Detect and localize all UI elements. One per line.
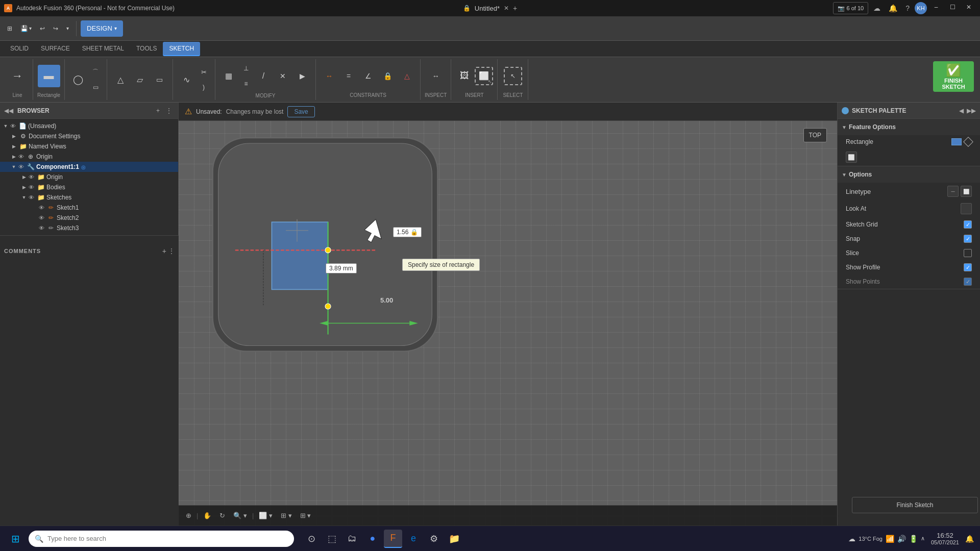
measure-btn[interactable]: ↔ <box>427 67 445 85</box>
arc-btn[interactable]: ⌒ <box>88 65 103 79</box>
dist-btn[interactable]: ↔ <box>320 67 338 85</box>
dimension-1-input[interactable]: 1.56 🔒 <box>393 227 422 237</box>
palette-finish-sketch-btn[interactable]: Finish Sketch <box>852 497 978 513</box>
image-btn[interactable]: 🖼 <box>455 67 474 85</box>
cloud-btn[interactable]: ☁ <box>870 2 884 14</box>
snap-checkbox[interactable] <box>964 235 972 243</box>
ellipse-btn[interactable]: ▭ <box>88 80 103 94</box>
eye-component[interactable]: 👁 <box>18 164 24 170</box>
curve-btn[interactable]: ) <box>197 80 211 94</box>
clock[interactable]: 16:52 05/07/2021 <box>931 532 959 545</box>
collinear-btn[interactable]: ∠ <box>359 67 377 85</box>
eye-sketch2[interactable]: 👁 <box>39 215 44 221</box>
rect2-btn[interactable]: ▱ <box>131 70 149 89</box>
save-file-btn[interactable]: 💾 ▾ <box>17 23 35 34</box>
tree-item-sketches[interactable]: ▼ 👁 📁 Sketches <box>0 192 178 203</box>
taskbar-explorer-btn[interactable]: 🗂 <box>343 530 361 548</box>
tab-tools[interactable]: TOOLS <box>130 42 163 56</box>
diamond-icon[interactable] <box>963 137 973 147</box>
minimize-btn[interactable]: – <box>929 2 943 12</box>
tree-item-sketch2[interactable]: ▶ 👁 ✏ Sketch2 <box>0 213 178 223</box>
tab-surface[interactable]: SURFACE <box>35 42 76 56</box>
circle-btn[interactable]: ◯ <box>69 70 87 89</box>
taskbar-settings-btn[interactable]: ⚙ <box>425 530 443 548</box>
eye-sketches[interactable]: 👁 <box>29 194 34 201</box>
triangle2-btn[interactable]: ▶ <box>293 67 311 85</box>
tab-sketch[interactable]: SKETCH <box>163 42 200 56</box>
feature-options-header[interactable]: ▼ Feature Options <box>838 119 980 135</box>
redo-btn[interactable]: ↪ <box>50 23 61 34</box>
eye-unsaved[interactable]: 👁 <box>10 123 16 129</box>
hatch-btn[interactable]: ▦ <box>219 67 238 85</box>
tree-arrow-origin[interactable]: ▶ <box>10 153 17 160</box>
chevron-up-icon[interactable]: ∧ <box>921 535 925 542</box>
eye-origin-2[interactable]: 👁 <box>29 174 34 180</box>
sound-icon[interactable]: 🔊 <box>897 535 906 543</box>
lock-btn[interactable]: 🔒 <box>378 67 397 85</box>
taskbar-files-btn[interactable]: 📁 <box>445 530 463 548</box>
taskbar-edge-btn[interactable]: e <box>404 530 423 548</box>
tree-arrow-sketches[interactable]: ▼ <box>20 194 28 201</box>
linetype-dash-icon[interactable]: ⬜ <box>961 186 972 197</box>
tree-item-named-views[interactable]: ▶ 📁 Named Views <box>0 141 178 152</box>
look-btn[interactable]: 🔍 ▾ <box>230 510 250 521</box>
palette-collapse-left-btn[interactable]: ◀ <box>959 107 964 114</box>
look-at-icon[interactable] <box>961 203 972 214</box>
slot-btn[interactable]: ▭ <box>150 70 168 89</box>
tree-arrow-component[interactable]: ▼ <box>10 163 17 170</box>
browser-collapse-btn[interactable]: ◀◀ <box>4 107 13 114</box>
eye-bodies[interactable]: 👁 <box>29 184 34 190</box>
browser-add-btn[interactable]: + <box>154 106 162 115</box>
close-btn[interactable]: ✕ <box>962 2 976 12</box>
rectangle-btn[interactable]: ▬ <box>38 65 60 87</box>
taskbar-chrome-btn[interactable]: ● <box>363 530 382 548</box>
finish-sketch-btn[interactable]: ✅ FINISH SKETCH <box>933 61 974 92</box>
user-avatar[interactable]: KH <box>915 2 927 14</box>
show-profile-checkbox[interactable] <box>964 263 972 271</box>
tree-arrow-unsaved[interactable]: ▼ <box>2 122 9 130</box>
slice-checkbox[interactable] <box>964 249 972 257</box>
grid-toggle-btn[interactable]: ⊞ ▾ <box>278 510 295 521</box>
search-input[interactable] <box>47 535 288 542</box>
design-mode-btn[interactable]: DESIGN ▾ <box>81 20 123 37</box>
sketch-canvas[interactable] <box>179 121 837 525</box>
tab-sheet-metal[interactable]: SHEET METAL <box>76 42 130 56</box>
notification-bell[interactable]: 🔔 <box>965 535 974 543</box>
spline-btn[interactable]: ∿ <box>177 70 195 89</box>
mirror-btn[interactable]: / <box>254 67 273 85</box>
origin-btn[interactable]: ⊕ <box>183 510 194 521</box>
options-header[interactable]: ▼ Options <box>838 166 980 183</box>
cloud-sys-icon[interactable]: ☁ <box>848 535 855 543</box>
notifications-btn[interactable]: 🔔 <box>886 2 900 14</box>
orbit-btn[interactable]: ↻ <box>216 510 228 521</box>
tree-item-bodies[interactable]: ▶ 👁 📁 Bodies <box>0 182 178 192</box>
tree-arrow-named-views[interactable]: ▶ <box>10 143 17 150</box>
tree-item-origin[interactable]: ▶ 👁 ⊕ Origin <box>0 152 178 162</box>
select-mode-btn[interactable]: ↖ <box>504 67 522 85</box>
pan-btn[interactable]: ✋ <box>200 510 214 521</box>
canvas-area[interactable]: ⚠ Unsaved: Changes may be lost Save TOP <box>179 103 837 525</box>
line-btn[interactable]: → <box>6 65 29 87</box>
new-tab-btn[interactable]: + <box>513 4 517 12</box>
taskbar-search[interactable]: 🔍 <box>29 531 294 547</box>
start-btn[interactable]: ⊞ <box>6 530 24 548</box>
save-btn[interactable]: Save <box>287 106 314 117</box>
battery-icon[interactable]: 🔋 <box>909 535 918 543</box>
maximize-btn[interactable]: ☐ <box>945 2 960 12</box>
rect-icon[interactable] <box>951 138 962 145</box>
palette-expand-right-btn[interactable]: ▶▶ <box>967 107 976 114</box>
display-mode-btn[interactable]: ⬜ ▾ <box>256 510 276 521</box>
tree-arrow-doc-settings[interactable]: ▶ <box>10 133 17 140</box>
help-btn[interactable]: ? <box>902 2 913 14</box>
eye-sketch1[interactable]: 👁 <box>39 205 44 211</box>
comment-expand-btn[interactable]: ⋮ <box>168 247 175 255</box>
taskbar-taskview-btn[interactable]: ⬚ <box>323 530 341 548</box>
show-points-checkbox[interactable] <box>964 278 972 286</box>
browser-expand-btn[interactable]: ⋮ <box>164 106 174 115</box>
redo-dropdown-btn[interactable]: ▾ <box>63 23 72 33</box>
taskbar-cortana-btn[interactable]: ⊙ <box>302 530 321 548</box>
tree-arrow-bodies[interactable]: ▶ <box>20 184 28 191</box>
network-icon[interactable]: 📶 <box>886 535 894 543</box>
tree-item-doc-settings[interactable]: ▶ ⚙ Document Settings <box>0 131 178 141</box>
tree-item-sketch1[interactable]: ▶ 👁 ✏ Sketch1 <box>0 203 178 213</box>
